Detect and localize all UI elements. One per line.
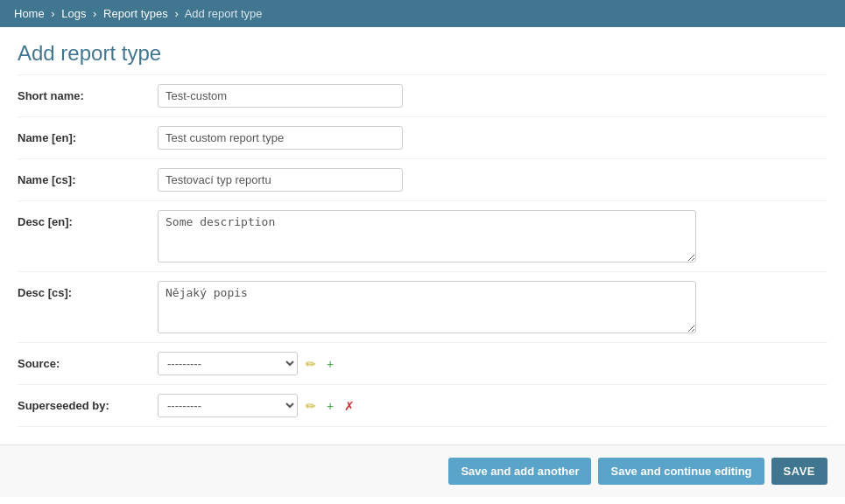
desc-cs-label: Desc [cs]:	[18, 281, 158, 299]
desc-cs-row: Desc [cs]:	[18, 272, 827, 343]
desc-cs-textarea[interactable]	[158, 281, 696, 333]
breadcrumb-logs[interactable]: Logs	[61, 7, 86, 20]
breadcrumb-sep-2: ›	[93, 7, 96, 20]
superseeded-label: Superseeded by:	[18, 394, 158, 412]
name-cs-field	[158, 168, 827, 192]
source-add-button[interactable]: +	[324, 355, 336, 373]
save-button[interactable]: SAVE	[771, 458, 827, 485]
breadcrumb-sep-1: ›	[51, 7, 54, 20]
name-en-row: Name [en]:	[18, 117, 827, 159]
short-name-label: Short name:	[18, 84, 158, 102]
breadcrumb-report-types[interactable]: Report types	[103, 7, 168, 20]
desc-en-field: Some description	[158, 210, 827, 262]
page-title: Add report type	[0, 27, 845, 74]
main-content: Short name: Name [en]: Name [cs]: Desc […	[0, 74, 845, 497]
form-container: Short name: Name [en]: Name [cs]: Desc […	[0, 74, 845, 427]
breadcrumb-bar: Home › Logs › Report types › Add report …	[0, 0, 845, 27]
save-continue-button[interactable]: Save and continue editing	[598, 458, 764, 485]
superseeded-select[interactable]: ---------	[158, 394, 298, 417]
superseeded-edit-button[interactable]: ✏	[303, 397, 319, 415]
name-cs-label: Name [cs]:	[18, 168, 158, 186]
breadcrumb-current: Add report type	[185, 7, 263, 20]
desc-cs-field	[158, 281, 827, 333]
short-name-row: Short name:	[18, 74, 827, 117]
source-row: Source: --------- ✏ +	[18, 343, 827, 385]
short-name-field	[158, 84, 827, 108]
superseeded-add-button[interactable]: +	[324, 397, 336, 415]
breadcrumb-sep-3: ›	[174, 7, 178, 20]
name-en-field	[158, 126, 827, 150]
superseeded-clear-button[interactable]: ✗	[342, 397, 357, 415]
save-add-another-button[interactable]: Save and add another	[448, 458, 591, 485]
form-footer: Save and add another Save and continue e…	[0, 444, 845, 497]
breadcrumb-home[interactable]: Home	[14, 7, 45, 20]
desc-en-row: Desc [en]: Some description	[18, 201, 827, 272]
source-field: --------- ✏ +	[158, 352, 827, 375]
source-select[interactable]: ---------	[158, 352, 298, 375]
name-cs-row: Name [cs]:	[18, 159, 827, 201]
name-cs-input[interactable]	[158, 168, 403, 192]
desc-en-label: Desc [en]:	[18, 210, 158, 228]
superseeded-field: --------- ✏ + ✗	[158, 394, 827, 417]
superseeded-row: Superseeded by: --------- ✏ + ✗	[18, 385, 827, 427]
desc-en-textarea[interactable]: Some description	[158, 210, 696, 262]
short-name-input[interactable]	[158, 84, 403, 108]
name-en-input[interactable]	[158, 126, 403, 150]
name-en-label: Name [en]:	[18, 126, 158, 144]
source-edit-button[interactable]: ✏	[303, 355, 319, 373]
source-label: Source:	[18, 352, 158, 370]
